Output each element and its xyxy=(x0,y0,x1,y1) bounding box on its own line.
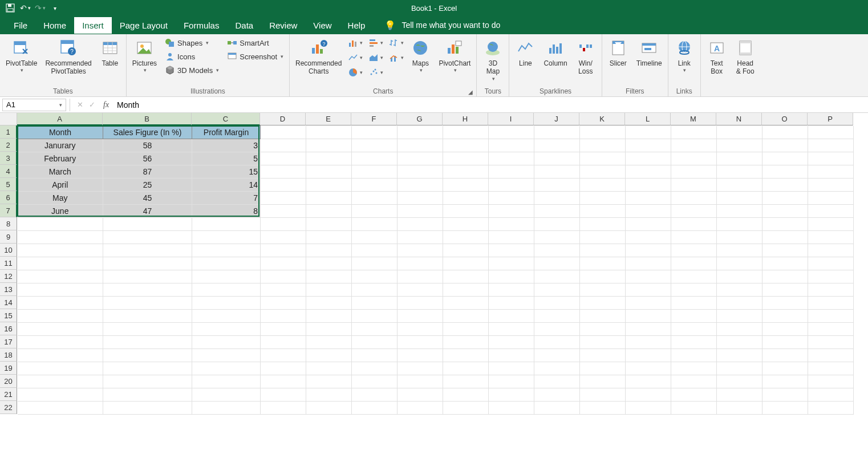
cell[interactable] xyxy=(717,297,762,310)
cell[interactable] xyxy=(443,165,489,179)
cell[interactable] xyxy=(808,244,854,257)
cell[interactable] xyxy=(534,362,580,375)
3d-models-button[interactable]: 3D Models▾ xyxy=(163,64,221,76)
cell[interactable] xyxy=(352,152,398,165)
cell[interactable] xyxy=(489,257,534,270)
cell[interactable] xyxy=(534,283,580,297)
cell[interactable] xyxy=(808,126,854,139)
cell[interactable] xyxy=(18,283,103,297)
cell[interactable] xyxy=(671,310,717,323)
column-header[interactable]: P xyxy=(808,113,853,125)
cell[interactable] xyxy=(352,375,398,388)
cell[interactable] xyxy=(352,218,398,231)
cell[interactable] xyxy=(18,402,103,415)
cell[interactable] xyxy=(762,375,808,388)
cell[interactable] xyxy=(717,270,762,283)
cell[interactable] xyxy=(18,388,103,402)
column-header[interactable]: J xyxy=(534,113,579,125)
cell[interactable] xyxy=(443,152,489,165)
cell[interactable] xyxy=(808,388,854,402)
cell[interactable] xyxy=(808,165,854,179)
cell[interactable] xyxy=(489,336,534,349)
cell[interactable] xyxy=(489,362,534,375)
maps-button[interactable]: Maps ▾ xyxy=(408,37,433,75)
cell[interactable] xyxy=(18,375,103,388)
cell[interactable] xyxy=(306,362,352,375)
cell[interactable] xyxy=(352,165,398,179)
cell[interactable] xyxy=(398,270,443,283)
cell[interactable] xyxy=(717,179,762,192)
cell[interactable] xyxy=(626,218,671,231)
cell[interactable] xyxy=(103,375,192,388)
cell[interactable] xyxy=(261,362,306,375)
cell[interactable] xyxy=(103,270,192,283)
cell[interactable]: 3 xyxy=(192,139,261,152)
cell[interactable] xyxy=(626,139,671,152)
cell[interactable] xyxy=(18,336,103,349)
sparkline-line-button[interactable]: Line xyxy=(513,37,538,68)
cell[interactable] xyxy=(671,152,717,165)
qat-customize-icon[interactable]: ▾ xyxy=(50,3,59,13)
cell[interactable] xyxy=(398,336,443,349)
cell[interactable] xyxy=(580,336,626,349)
cell[interactable] xyxy=(261,179,306,192)
cell[interactable] xyxy=(717,205,762,218)
cell[interactable]: 14 xyxy=(192,179,261,192)
cell[interactable] xyxy=(534,270,580,283)
cell[interactable] xyxy=(306,297,352,310)
cell[interactable] xyxy=(306,270,352,283)
cell[interactable] xyxy=(261,310,306,323)
cell[interactable] xyxy=(103,388,192,402)
cell[interactable] xyxy=(489,179,534,192)
cell[interactable] xyxy=(18,244,103,257)
cell[interactable] xyxy=(192,323,261,336)
cell[interactable] xyxy=(580,218,626,231)
cell[interactable] xyxy=(580,402,626,415)
cell[interactable] xyxy=(762,205,808,218)
shapes-button[interactable]: Shapes▾ xyxy=(163,37,221,49)
cell[interactable] xyxy=(762,310,808,323)
cell[interactable] xyxy=(626,283,671,297)
cell[interactable] xyxy=(580,270,626,283)
cell[interactable] xyxy=(398,244,443,257)
cell[interactable] xyxy=(443,218,489,231)
cell[interactable] xyxy=(808,231,854,244)
cell[interactable] xyxy=(306,152,352,165)
cell[interactable] xyxy=(626,152,671,165)
cell[interactable] xyxy=(261,152,306,165)
undo-icon[interactable]: ↶▾ xyxy=(21,3,30,13)
cell[interactable] xyxy=(261,192,306,205)
cell[interactable] xyxy=(18,270,103,283)
cell[interactable] xyxy=(352,310,398,323)
cell[interactable] xyxy=(398,323,443,336)
cell[interactable] xyxy=(192,244,261,257)
column-header[interactable]: L xyxy=(625,113,671,125)
cell[interactable] xyxy=(261,323,306,336)
cell[interactable] xyxy=(306,402,352,415)
column-header[interactable]: D xyxy=(260,113,306,125)
cell[interactable] xyxy=(306,179,352,192)
cell[interactable] xyxy=(717,310,762,323)
cell[interactable] xyxy=(489,310,534,323)
cell[interactable] xyxy=(762,165,808,179)
cell[interactable] xyxy=(808,270,854,283)
cell[interactable] xyxy=(489,375,534,388)
column-header[interactable]: A xyxy=(17,113,103,125)
cell[interactable]: Sales Figure (In %) xyxy=(103,126,192,139)
cell[interactable] xyxy=(306,231,352,244)
cell[interactable] xyxy=(580,244,626,257)
cell[interactable] xyxy=(398,179,443,192)
cell[interactable] xyxy=(762,152,808,165)
cell[interactable] xyxy=(18,297,103,310)
row-header[interactable]: 17 xyxy=(0,335,17,348)
cell[interactable] xyxy=(443,192,489,205)
cell[interactable]: April xyxy=(18,179,103,192)
cell[interactable] xyxy=(398,362,443,375)
cell[interactable]: 7 xyxy=(192,192,261,205)
cell[interactable] xyxy=(443,297,489,310)
cell[interactable] xyxy=(808,179,854,192)
cell[interactable] xyxy=(626,231,671,244)
row-header[interactable]: 20 xyxy=(0,375,17,388)
cell[interactable] xyxy=(808,192,854,205)
cell[interactable] xyxy=(717,336,762,349)
